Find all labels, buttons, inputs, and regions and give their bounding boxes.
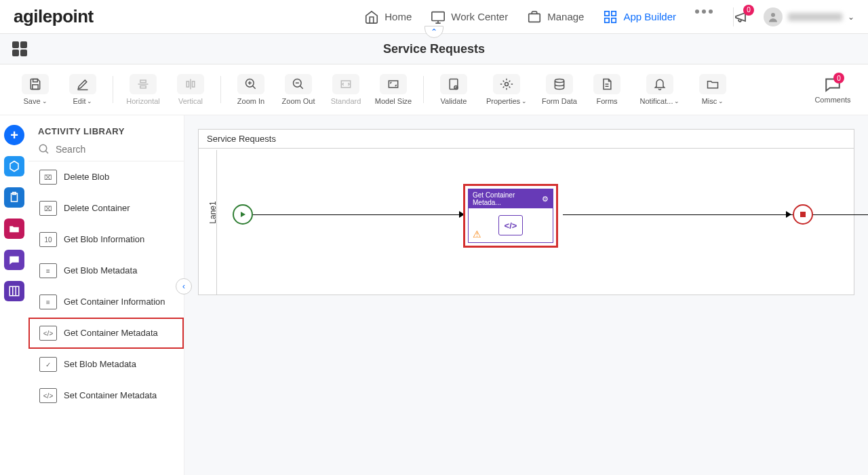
rail-button-3[interactable]	[4, 218, 24, 239]
logo[interactable]: agilepoint	[14, 6, 94, 27]
svg-rect-23	[9, 286, 19, 296]
lib-item-set-container-metadata[interactable]: </>Set Container Metadata	[28, 380, 184, 411]
rail-button-1[interactable]	[4, 156, 24, 176]
svg-rect-12	[193, 81, 195, 87]
nav-work-center[interactable]: Work Center	[431, 10, 508, 24]
edit-icon	[76, 77, 90, 91]
svg-rect-5	[612, 18, 616, 22]
svg-point-20	[555, 79, 564, 83]
properties-button[interactable]: Properties⌄	[479, 69, 534, 110]
canvas[interactable]: Service Requests Lane1 Get Container Met…	[198, 129, 854, 295]
svg-point-6	[771, 13, 775, 17]
arrow-icon	[786, 211, 791, 218]
activity-list: ⌧Delete Blob ⌧Delete Container 10Get Blo…	[28, 162, 184, 475]
sidebar: ACTIVITY LIBRARY ⌧Delete Blob ⌧Delete Co…	[28, 115, 184, 475]
separator	[423, 76, 424, 103]
notifications-button[interactable]: 0	[734, 9, 750, 25]
apps-grid-button[interactable]	[12, 41, 27, 56]
lib-item-get-blob-metadata[interactable]: ≡Get Blob Metadata	[28, 255, 184, 286]
svg-point-24	[39, 145, 47, 152]
end-node[interactable]	[793, 204, 813, 225]
activity-title: Get Container Metada...	[473, 191, 542, 206]
search-icon	[38, 143, 50, 155]
collapse-sidebar-button[interactable]: ‹	[176, 278, 192, 294]
svg-rect-0	[432, 12, 444, 20]
zoom-in-button[interactable]: Zoom In	[229, 69, 273, 110]
lib-item-delete-blob[interactable]: ⌧Delete Blob	[28, 162, 184, 193]
rail: +	[0, 115, 28, 475]
activity-icon: </>	[39, 388, 57, 403]
forms-button[interactable]: Forms	[585, 69, 629, 110]
main-nav: Home Work Center Manage App Builder	[364, 10, 713, 24]
misc-button[interactable]: Misc⌄	[691, 69, 734, 110]
search-input[interactable]	[56, 144, 174, 155]
nav-home[interactable]: Home	[364, 10, 412, 24]
hexagon-icon	[8, 160, 20, 172]
collapse-header-button[interactable]: ⌃	[425, 26, 443, 38]
header-right: 0 ⌄	[734, 7, 854, 26]
standard-icon	[339, 77, 353, 91]
connector[interactable]	[253, 214, 463, 215]
zoom-out-icon	[292, 77, 305, 91]
activity-header: Get Container Metada... ⚙	[469, 189, 553, 208]
svg-rect-1	[529, 14, 540, 22]
activity-icon: ≡	[39, 294, 57, 309]
lib-item-delete-container[interactable]: ⌧Delete Container	[28, 193, 184, 224]
vertical-label: Vertical	[178, 97, 203, 105]
page-title: Service Requests	[383, 42, 485, 56]
briefcase-icon	[527, 10, 542, 24]
start-node[interactable]	[233, 204, 253, 225]
stop-icon	[800, 212, 806, 217]
clipboard-icon	[8, 191, 20, 204]
validate-button[interactable]: Validate	[432, 69, 475, 110]
form-data-button[interactable]: Form Data	[538, 69, 581, 110]
lib-item-get-blob-information[interactable]: 10Get Blob Information	[28, 224, 184, 255]
lib-item-set-blob-metadata[interactable]: ✓Set Blob Metadata	[28, 349, 184, 380]
user-menu[interactable]: ⌄	[764, 7, 854, 26]
model-size-button[interactable]: Model Size	[372, 69, 415, 110]
lib-item-get-container-metadata[interactable]: </>Get Container Metadata	[28, 318, 184, 349]
notifications-button[interactable]: Notificat...⌄	[633, 69, 687, 110]
activity-icon: ⌧	[39, 201, 57, 216]
activity-get-container-metadata[interactable]: Get Container Metada... ⚙ ⚠ </>	[463, 184, 558, 248]
save-button[interactable]: Save⌄	[14, 69, 57, 110]
rail-add-button[interactable]: +	[4, 125, 24, 145]
zoom-out-label: Zoom Out	[282, 97, 315, 105]
lane-border	[216, 150, 217, 294]
connector[interactable]	[563, 214, 868, 215]
columns-icon	[8, 285, 20, 297]
zoom-in-icon	[244, 77, 258, 91]
vertical-button[interactable]: Vertical	[169, 69, 212, 110]
forms-label: Forms	[596, 97, 617, 105]
folder-icon	[706, 77, 719, 91]
rail-button-2[interactable]	[4, 187, 24, 208]
nav-manage[interactable]: Manage	[527, 10, 584, 24]
subheader: ⌃ Service Requests	[0, 34, 868, 64]
forms-icon	[600, 77, 614, 91]
form-data-label: Form Data	[542, 97, 577, 105]
gear-icon[interactable]: ⚙	[542, 195, 549, 204]
comments-button[interactable]: 0 Comments	[811, 69, 854, 110]
rail-button-4[interactable]	[4, 250, 24, 270]
home-icon	[364, 10, 379, 24]
svg-rect-3	[612, 11, 616, 15]
zoom-in-label: Zoom In	[237, 97, 264, 105]
edit-button[interactable]: Edit⌄	[61, 69, 104, 110]
misc-label: Misc	[702, 97, 717, 105]
horizontal-button[interactable]: Horizontal	[121, 69, 165, 110]
search-wrap	[28, 143, 184, 162]
comments-label: Comments	[814, 96, 850, 104]
svg-rect-16	[389, 81, 397, 88]
svg-rect-9	[140, 80, 146, 82]
activity-icon: ⌧	[39, 170, 57, 185]
zoom-out-button[interactable]: Zoom Out	[277, 69, 320, 110]
notifications-label: Notificat...	[640, 97, 673, 105]
nav-more[interactable]	[695, 10, 713, 24]
standard-button[interactable]: Standard	[324, 69, 368, 110]
nav-app-builder[interactable]: App Builder	[603, 10, 676, 24]
rail-button-5[interactable]	[4, 281, 24, 301]
database-icon	[553, 77, 566, 91]
lib-item-get-container-information[interactable]: ≡Get Container Information	[28, 286, 184, 318]
svg-rect-10	[140, 86, 146, 88]
standard-label: Standard	[331, 97, 361, 105]
